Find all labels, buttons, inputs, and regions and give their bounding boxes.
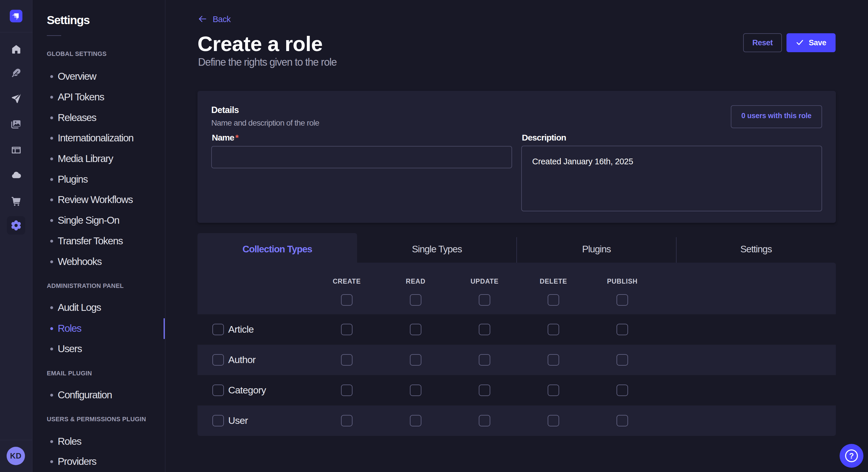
- svg-text:?: ?: [849, 452, 854, 460]
